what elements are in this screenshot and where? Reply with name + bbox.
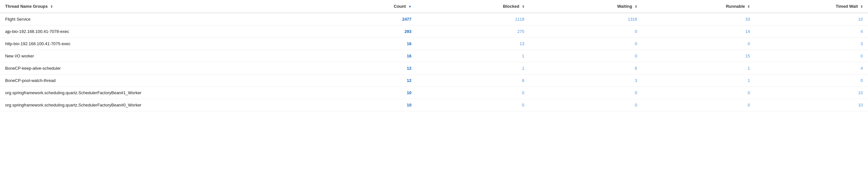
table-row: BoneCP-keep-alive-scheduler121614 [0, 62, 868, 75]
table-row: Flight Service2477111813163310 [0, 13, 868, 26]
cell-count: 16 [313, 50, 417, 62]
cell-blocked: 0 [416, 87, 529, 99]
cell-runnable: 0 [642, 99, 755, 111]
col-header-timedwait[interactable]: Timed Wait ⇕ [755, 0, 868, 13]
table-row: org.springframework.scheduling.quartz.Sc… [0, 87, 868, 99]
sort-icon-timedwait: ⇕ [860, 5, 863, 8]
cell-blocked: 8 [416, 75, 529, 87]
col-header-timedwait-label: Timed Wait [836, 4, 858, 9]
sort-icon-waiting: ⇕ [634, 5, 637, 8]
cell-timedwait: 10 [755, 99, 868, 111]
cell-name: org.springframework.scheduling.quartz.Sc… [0, 87, 313, 99]
cell-name: org.springframework.scheduling.quartz.Sc… [0, 99, 313, 111]
cell-waiting: 1316 [530, 13, 642, 26]
col-header-waiting[interactable]: Waiting ⇕ [530, 0, 642, 13]
cell-blocked: 0 [416, 99, 529, 111]
cell-timedwait: 0 [755, 50, 868, 62]
cell-count: 293 [313, 26, 417, 38]
table-row: New I/O worker1610150 [0, 50, 868, 62]
cell-count: 10 [313, 87, 417, 99]
col-header-waiting-label: Waiting [617, 4, 632, 9]
cell-count: 2477 [313, 13, 417, 26]
cell-name: BoneCP-pool-watch-thread [0, 75, 313, 87]
cell-waiting: 0 [530, 26, 642, 38]
cell-count: 10 [313, 99, 417, 111]
cell-blocked: 1118 [416, 13, 529, 26]
col-header-count[interactable]: Count ▼ [313, 0, 417, 13]
cell-runnable: 1 [642, 75, 755, 87]
cell-waiting: 6 [530, 62, 642, 75]
cell-timedwait: 10 [755, 87, 868, 99]
cell-blocked: 1 [416, 62, 529, 75]
cell-name: New I/O worker [0, 50, 313, 62]
sort-icon-name: ⇕ [50, 5, 53, 8]
cell-runnable: 33 [642, 13, 755, 26]
cell-waiting: 3 [530, 75, 642, 87]
table-row: org.springframework.scheduling.quartz.Sc… [0, 99, 868, 111]
cell-waiting: 0 [530, 99, 642, 111]
cell-runnable: 15 [642, 50, 755, 62]
cell-count: 12 [313, 75, 417, 87]
cell-blocked: 13 [416, 38, 529, 50]
cell-count: 12 [313, 62, 417, 75]
cell-waiting: 0 [530, 87, 642, 99]
thread-name-groups-table: Thread Name Groups ⇕ Count ▼ Blocked ⇕ W… [0, 0, 868, 111]
cell-timedwait: 3 [755, 38, 868, 50]
cell-timedwait: 0 [755, 75, 868, 87]
col-header-name-label: Thread Name Groups [5, 4, 48, 9]
cell-blocked: 1 [416, 50, 529, 62]
table-row: BoneCP-pool-watch-thread128310 [0, 75, 868, 87]
table-row: http-bio-192.168.100.41-7075-exec1613003 [0, 38, 868, 50]
table-header-row: Thread Name Groups ⇕ Count ▼ Blocked ⇕ W… [0, 0, 868, 13]
col-header-blocked-label: Blocked [503, 4, 519, 9]
col-header-runnable-label: Runnable [726, 4, 745, 9]
cell-runnable: 14 [642, 26, 755, 38]
cell-name: BoneCP-keep-alive-scheduler [0, 62, 313, 75]
sort-icon-blocked: ⇕ [522, 5, 524, 8]
col-header-blocked[interactable]: Blocked ⇕ [416, 0, 529, 13]
col-header-runnable[interactable]: Runnable ⇕ [642, 0, 755, 13]
cell-waiting: 0 [530, 50, 642, 62]
table-row: ajp-bio-192.168.100.41-7078-exec29327501… [0, 26, 868, 38]
cell-runnable: 0 [642, 38, 755, 50]
sort-icon-runnable: ⇕ [747, 5, 750, 8]
cell-waiting: 0 [530, 38, 642, 50]
cell-name: Flight Service [0, 13, 313, 26]
cell-timedwait: 4 [755, 26, 868, 38]
cell-name: http-bio-192.168.100.41-7075-exec [0, 38, 313, 50]
cell-name: ajp-bio-192.168.100.41-7078-exec [0, 26, 313, 38]
col-header-name[interactable]: Thread Name Groups ⇕ [0, 0, 313, 13]
col-header-count-label: Count [394, 4, 406, 9]
cell-runnable: 1 [642, 62, 755, 75]
sort-icon-count: ▼ [408, 5, 411, 8]
cell-count: 16 [313, 38, 417, 50]
cell-timedwait: 4 [755, 62, 868, 75]
cell-timedwait: 10 [755, 13, 868, 26]
cell-runnable: 0 [642, 87, 755, 99]
cell-blocked: 275 [416, 26, 529, 38]
